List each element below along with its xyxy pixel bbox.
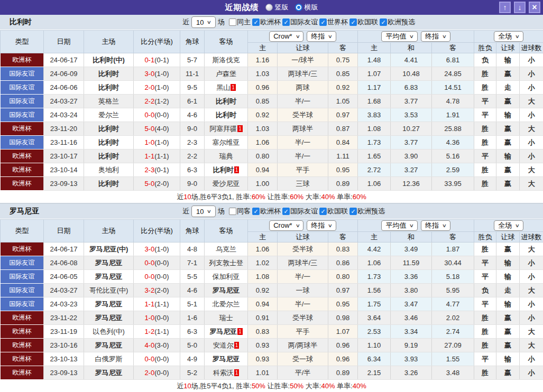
result-cell: 平 xyxy=(474,108,496,122)
type-cell: 欧洲杯 xyxy=(1,366,44,380)
crow-odds-cell: 0.95 xyxy=(328,297,358,311)
scroll-up-button[interactable]: ↑ xyxy=(499,2,511,13)
crow-odds-cell: 半/一 xyxy=(278,297,328,311)
column-header: 客场 xyxy=(205,220,248,242)
average-odds-cell: 30.44 xyxy=(432,256,474,270)
match-count-select[interactable]: 10∨ xyxy=(191,16,216,28)
competition-checkbox[interactable]: ✓欧洲杯 xyxy=(252,17,281,27)
corners-cell: 9-0 xyxy=(180,177,205,191)
date-cell: 24-06-08 xyxy=(44,256,84,270)
match-count-select[interactable]: 10∨ xyxy=(191,206,216,217)
same-venue-checkbox[interactable]: 同主 xyxy=(229,17,251,27)
goals-result-cell: 小 xyxy=(520,150,543,163)
competition-checkbox[interactable]: ✓欧国联 xyxy=(349,17,378,27)
date-cell: 24-03-27 xyxy=(44,95,84,108)
corners-cell: 4-6 xyxy=(180,284,205,297)
goals-result-cell: 小 xyxy=(520,136,543,150)
result-cell: 平 xyxy=(474,95,496,108)
handicap-result-cell: 赢 xyxy=(496,177,520,191)
crow-odds-cell: 0.80 xyxy=(248,150,278,163)
crow-odds-cell: 0.92 xyxy=(328,81,358,95)
same-venue-checkbox[interactable]: 同客 xyxy=(229,207,251,216)
checkbox-label: 欧洲预选 xyxy=(388,17,415,27)
column-header: 让球 xyxy=(278,232,328,242)
crow-odds-cell: 1.02 xyxy=(248,256,278,270)
corners-cell: 1-6 xyxy=(180,311,205,325)
competition-checkbox[interactable]: ✓世界杯 xyxy=(319,17,348,27)
average-odds-cell: 3.27 xyxy=(391,163,432,177)
average-odds-cell: 3.34 xyxy=(391,325,432,339)
scope-select[interactable]: 全场∨ xyxy=(494,220,523,231)
competition-checkbox[interactable]: ✓欧洲预选 xyxy=(349,207,385,216)
odds-source-select[interactable]: Crow*∨ xyxy=(269,220,303,231)
competition-checkbox[interactable]: ✓欧洲预选 xyxy=(380,17,415,27)
crow-odds-cell: 1.06 xyxy=(248,242,278,256)
table-row: 欧洲杯23-09-13比利时5-0(2-0)9-0爱沙尼亚1.00三球0.891… xyxy=(1,177,543,191)
type-cell: 欧洲杯 xyxy=(1,150,44,163)
select-value: 全场 xyxy=(498,221,512,230)
odds-source-select[interactable]: Crow*∨ xyxy=(269,31,303,42)
goals-result-cell: 大 xyxy=(520,325,543,339)
crow-odds-cell: 1.01 xyxy=(248,366,278,380)
date-cell: 24-06-06 xyxy=(44,81,84,95)
select-value: 平均值 xyxy=(385,32,406,41)
average-odds-cell: 24.85 xyxy=(432,67,474,81)
vertical-layout-radio[interactable]: 竖版 xyxy=(265,3,289,12)
crow-odds-cell: 0.95 xyxy=(328,163,358,177)
result-group-header: 全场∨ xyxy=(474,220,543,232)
competition-checkbox[interactable]: ✓欧国联 xyxy=(319,207,348,216)
away-team-cell: 瑞士 xyxy=(205,311,248,325)
average-odds-cell: 1.17 xyxy=(358,81,391,95)
goals-result-cell: 小 xyxy=(520,67,543,81)
competition-checkbox[interactable]: ✓国际友谊 xyxy=(282,207,318,216)
final-odds-select-1[interactable]: 终指∨ xyxy=(307,220,336,231)
final-odds-select-2[interactable]: 终指∨ xyxy=(421,220,450,231)
score-cell: 1-0(0-0) xyxy=(134,311,180,325)
average-odds-cell: 3.93 xyxy=(391,352,432,366)
type-cell: 欧洲杯 xyxy=(1,53,44,67)
corners-cell: 9-5 xyxy=(180,81,205,95)
final-odds-select-1[interactable]: 终指∨ xyxy=(307,31,336,42)
score-cell: 2-0(1-0) xyxy=(134,81,180,95)
date-cell: 24-03-24 xyxy=(44,108,84,122)
competition-checkbox[interactable]: ✓国际友谊 xyxy=(282,17,318,27)
type-cell: 国际友谊 xyxy=(1,108,44,122)
summary-segment: 10 xyxy=(183,193,191,201)
type-cell: 欧洲杯 xyxy=(1,352,44,366)
scroll-down-button[interactable]: ↓ xyxy=(514,2,526,13)
halftime-score: (0-0) xyxy=(154,355,169,363)
summary-stats: 近10场,胜5平4负1, 胜率:50% 让胜率:50% 大率:40% 单率:40… xyxy=(0,380,543,392)
fulltime-score: 0-0 xyxy=(144,355,154,363)
crow-odds-cell: 0.97 xyxy=(328,108,358,122)
crow-odds-cell: 0.85 xyxy=(248,95,278,108)
handicap-result-cell: 输 xyxy=(496,108,520,122)
table-row: 欧洲杯23-10-13白俄罗斯0-0(0-0)4-9罗马尼亚0.93受一球0.9… xyxy=(1,352,543,366)
average-odds-select[interactable]: 平均值∨ xyxy=(381,220,418,231)
scope-select[interactable]: 全场∨ xyxy=(494,31,523,42)
filter-controls: 近10∨场同主✓欧洲杯✓国际友谊✓世界杯✓欧国联✓欧洲预选 xyxy=(182,16,415,28)
average-odds-cell: 4.78 xyxy=(432,95,474,108)
corners-cell: 5-0 xyxy=(180,339,205,352)
date-cell: 23-11-19 xyxy=(44,325,84,339)
average-odds-cell: 3.48 xyxy=(432,366,474,380)
competition-checkbox[interactable]: ✓欧洲杯 xyxy=(252,207,281,216)
home-team-cell: 比利时 xyxy=(84,67,134,81)
column-header: 主 xyxy=(358,232,391,242)
radio-unselected-icon xyxy=(265,4,273,11)
final-odds-select-2[interactable]: 终指∨ xyxy=(421,31,450,42)
average-odds-select[interactable]: 平均值∨ xyxy=(381,31,418,42)
checkbox-label: 欧国联 xyxy=(357,17,378,27)
result-cell: 胜 xyxy=(474,339,496,352)
average-odds-cell: 10.48 xyxy=(391,67,432,81)
handicap-result-cell: 输 xyxy=(496,352,520,366)
column-header: 让球 xyxy=(496,232,520,242)
table-row: 国际友谊24-03-23罗马尼亚1-1(1-1)5-1北爱尔兰0.94半/一0.… xyxy=(1,297,543,311)
horizontal-layout-radio[interactable]: 横版 xyxy=(295,3,318,12)
checked-checkbox-icon: ✓ xyxy=(380,18,387,26)
close-button[interactable]: × xyxy=(529,2,540,13)
table-row: 欧洲杯23-11-20比利时5-0(4-0)9-0阿塞拜疆11.03两球半0.8… xyxy=(1,122,543,136)
away-team-cell: 比利时1 xyxy=(205,163,248,177)
table-row: 欧洲杯23-11-19以色列(中)1-2(1-1)6-3罗马尼亚10.83平手1… xyxy=(1,325,543,339)
handicap-result-cell: 赢 xyxy=(496,339,520,352)
goals-result-cell: 大 xyxy=(520,242,543,256)
